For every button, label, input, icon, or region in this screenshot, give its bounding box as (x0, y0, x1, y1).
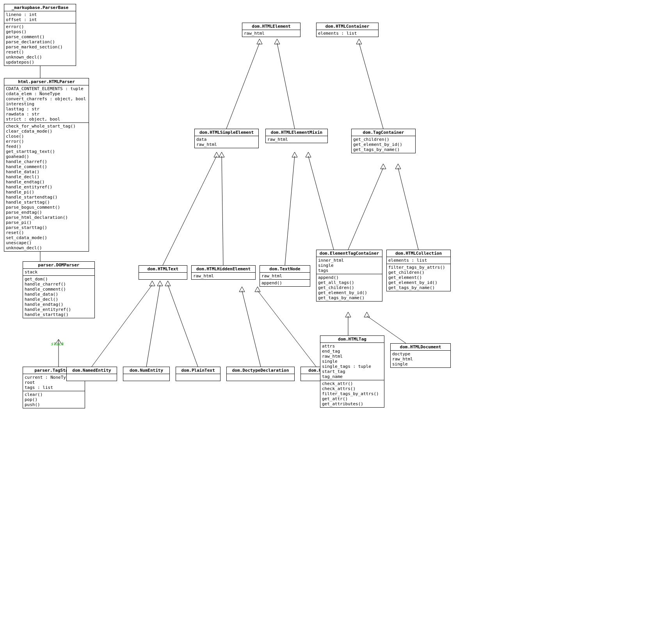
htmlhiddenelement-box: dom.HTMLHiddenElement raw_html (191, 265, 256, 280)
htmlparser-attrs: CDATA_CONTENT_ELEMENTS : tuple cdata_ele… (4, 85, 89, 123)
htmlparser-box: html.parser.HTMLParser CDATA_CONTENT_ELE… (4, 78, 89, 252)
tagcontainer-box: dom.TagContainer get_children() get_elem… (351, 129, 416, 153)
svg-marker-28 (149, 281, 155, 286)
svg-line-9 (277, 43, 295, 129)
domparser-attrs: stack (23, 269, 94, 276)
svg-line-17 (285, 156, 295, 265)
htmlcollection-title: dom.HTMLCollection (387, 250, 450, 257)
htmlelement-attrs: raw_html (242, 30, 300, 37)
htmlelement-title: dom.HTMLElement (242, 23, 300, 30)
svg-marker-20 (381, 164, 386, 169)
tagstack-methods: clear() pop() push() (23, 391, 85, 408)
htmltag-title: dom.HTMLTag (320, 336, 384, 343)
htmlhiddenelement-title: dom.HTMLHiddenElement (192, 266, 255, 273)
svg-line-31 (168, 285, 198, 367)
tagcontainer-methods: get_children() get_element_by_id() get_t… (352, 136, 415, 153)
svg-marker-12 (356, 39, 362, 44)
svg-marker-18 (292, 152, 297, 157)
svg-marker-32 (165, 281, 171, 286)
svg-marker-30 (157, 281, 163, 286)
markupbase-title: _markupbase.ParserBase (4, 4, 76, 11)
htmlcollection-methods: filter_tags_by_attrs() get_children() ge… (387, 264, 450, 291)
htmlhiddenelement-attrs: raw_html (192, 273, 255, 279)
htmltag-attrs: attrs end_tag raw_html single single_tag… (320, 343, 384, 380)
htmlsimpleelement-attrs: data raw_html (195, 136, 258, 148)
domparser-title: parser.DOMParser (23, 262, 94, 269)
htmlelementmixin-box: dom.HTMLElementMixin raw_html (265, 129, 328, 143)
htmlelementmixin-attrs: raw_html (266, 136, 327, 143)
svg-line-13 (163, 156, 217, 265)
namedentity-title: dom.NamedEntity (67, 367, 117, 374)
svg-marker-26 (364, 312, 370, 317)
textnode-methods: append() (260, 280, 310, 286)
plaintext-title: dom.PlainText (176, 367, 220, 374)
htmltext-title: dom.HTMLText (139, 266, 187, 273)
svg-marker-36 (255, 287, 260, 292)
namedentity-empty (67, 374, 117, 381)
svg-line-29 (146, 285, 160, 367)
htmlcollection-box: dom.HTMLCollection elements : list filte… (386, 250, 451, 291)
svg-marker-8 (257, 39, 262, 44)
htmldocument-title: dom.HTMLDocument (391, 344, 450, 351)
svg-line-21 (308, 156, 334, 250)
elementtagcontainer-attrs: inner_html single tags (316, 257, 382, 274)
doctypedeclaration-empty (227, 374, 294, 381)
elementtagcontainer-box: dom.ElementTagContainer inner_html singl… (316, 250, 382, 302)
textnode-attrs: raw_html (260, 273, 310, 280)
htmlelementmixin-title: dom.HTMLElementMixin (266, 129, 327, 136)
numentity-empty (123, 374, 169, 381)
plaintext-box: dom.PlainText (176, 367, 220, 381)
domparser-methods: get_dom() handle_charref() handle_commen… (23, 276, 94, 318)
plaintext-empty (176, 374, 220, 381)
domparser-box: parser.DOMParser stack get_dom() handle_… (23, 261, 95, 318)
svg-line-33 (242, 291, 261, 367)
numentity-title: dom.NumEntity (123, 367, 169, 374)
htmltag-box: dom.HTMLTag attrs end_tag raw_html singl… (320, 335, 384, 408)
htmltext-box: dom.HTMLText (139, 265, 187, 280)
namedentity-box: dom.NamedEntity (66, 367, 117, 381)
numentity-box: dom.NumEntity (123, 367, 170, 381)
svg-marker-22 (306, 152, 311, 157)
svg-marker-24 (345, 312, 351, 317)
svg-marker-16 (219, 152, 224, 157)
markupbase-box: _markupbase.ParserBase lineno : int offs… (4, 4, 76, 66)
svg-line-27 (92, 285, 152, 367)
svg-line-37 (398, 168, 418, 250)
htmlparser-methods: check_for_whole_start_tag() clear_cdata_… (4, 123, 89, 251)
markupbase-attrs: lineno : int offset : int (4, 11, 76, 23)
svg-line-7 (226, 43, 260, 129)
stack-label: stack (51, 341, 64, 346)
svg-marker-38 (395, 164, 401, 169)
htmltext-empty (139, 273, 187, 279)
htmlsimpleelement-title: dom.HTMLSimpleElement (195, 129, 258, 136)
svg-marker-14 (214, 152, 219, 157)
doctypedeclaration-title: dom.DoctypeDeclaration (227, 367, 294, 374)
elementtagcontainer-title: dom.ElementTagContainer (316, 250, 382, 257)
elementtagcontainer-methods: append() get_all_tags() get_children() g… (316, 274, 382, 301)
svg-line-35 (258, 291, 316, 367)
svg-marker-10 (274, 39, 280, 44)
svg-line-19 (348, 168, 383, 250)
htmlsimpleelement-box: dom.HTMLSimpleElement data raw_html (194, 129, 259, 148)
htmlparser-title: html.parser.HTMLParser (4, 78, 89, 85)
arrows-svg (0, 0, 649, 644)
svg-line-15 (222, 156, 223, 265)
svg-line-11 (359, 43, 383, 129)
htmlcontainer-box: dom.HTMLContainer elements : list (316, 23, 379, 37)
htmlcollection-attrs: elements : list (387, 257, 450, 264)
htmldocument-box: dom.HTMLDocument doctype raw_html single (390, 343, 451, 368)
markupbase-methods: error() getpos() parse_comment() parse_d… (4, 23, 76, 66)
svg-marker-34 (239, 287, 245, 292)
textnode-box: dom.TextNode raw_html append() (260, 265, 310, 287)
diagram-container: _markupbase.ParserBase lineno : int offs… (0, 0, 649, 644)
tagcontainer-title: dom.TagContainer (352, 129, 415, 136)
htmlcontainer-attrs: elements : list (316, 30, 378, 37)
htmldocument-attrs: doctype raw_html single (391, 351, 450, 367)
htmlcontainer-title: dom.HTMLContainer (316, 23, 378, 30)
htmlelement-box: dom.HTMLElement raw_html (242, 23, 300, 37)
htmltag-methods: check_attr() check_attrs() filter_tags_b… (320, 380, 384, 407)
doctypedeclaration-box: dom.DoctypeDeclaration (226, 367, 295, 381)
textnode-title: dom.TextNode (260, 266, 310, 273)
